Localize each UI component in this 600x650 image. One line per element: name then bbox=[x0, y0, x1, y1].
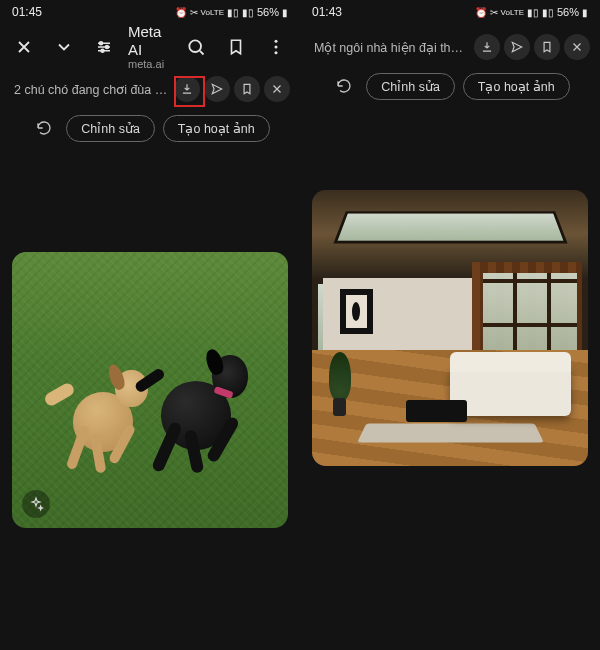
send-icon[interactable] bbox=[204, 76, 230, 102]
save-bookmark-icon[interactable] bbox=[234, 76, 260, 102]
animate-button[interactable]: Tạo hoạt ảnh bbox=[163, 115, 270, 142]
save-bookmark-icon[interactable] bbox=[534, 34, 560, 60]
dog-black bbox=[139, 335, 260, 479]
more-icon[interactable] bbox=[260, 31, 292, 63]
svg-point-0 bbox=[100, 42, 103, 45]
edit-button[interactable]: Chỉnh sửa bbox=[66, 115, 155, 142]
close-icon[interactable] bbox=[8, 31, 40, 63]
title-group[interactable]: Meta AI meta.ai bbox=[128, 23, 172, 70]
svg-point-6 bbox=[275, 51, 278, 54]
status-right-icons: ⏰✂VoLTE▮▯▮▯ 56%▮ bbox=[475, 6, 588, 18]
chevron-down-icon[interactable] bbox=[48, 31, 80, 63]
svg-point-5 bbox=[275, 46, 278, 49]
reload-icon[interactable] bbox=[330, 72, 358, 100]
svg-point-4 bbox=[275, 40, 278, 43]
dismiss-icon[interactable] bbox=[264, 76, 290, 102]
reload-icon[interactable] bbox=[30, 114, 58, 142]
status-time: 01:43 bbox=[312, 5, 342, 19]
generated-image-wrap bbox=[312, 190, 588, 466]
generated-image-wrap bbox=[12, 252, 288, 528]
generated-image-house[interactable] bbox=[312, 190, 588, 466]
prompt-text: 2 chú chó đang chơi đùa cùng nhau ... bbox=[14, 82, 170, 97]
bookmark-icon[interactable] bbox=[220, 31, 252, 63]
prompt-row: 2 chú chó đang chơi đùa cùng nhau ... bbox=[0, 70, 300, 108]
action-pill-row: Chỉnh sửa Tạo hoạt ảnh bbox=[300, 66, 600, 110]
prompt-row: Một ngôi nhà hiện đại theo phong cá... bbox=[300, 24, 600, 66]
download-icon[interactable] bbox=[174, 76, 200, 102]
phone-right: 01:43 ⏰✂VoLTE▮▯▮▯ 56%▮ Một ngôi nhà hiện… bbox=[300, 0, 600, 650]
search-icon[interactable] bbox=[180, 31, 212, 63]
animate-button[interactable]: Tạo hoạt ảnh bbox=[463, 73, 570, 100]
settings-filter-icon[interactable] bbox=[88, 31, 120, 63]
status-right-icons: ⏰✂VoLTE▮▯▮▯ 56%▮ bbox=[175, 6, 288, 18]
action-pill-row: Chỉnh sửa Tạo hoạt ảnh bbox=[0, 108, 300, 152]
status-bar: 01:43 ⏰✂VoLTE▮▯▮▯ 56%▮ bbox=[300, 0, 600, 24]
edit-button[interactable]: Chỉnh sửa bbox=[366, 73, 455, 100]
app-title: Meta AI bbox=[128, 23, 172, 58]
phone-left: 01:45 ⏰✂VoLTE▮▯▮▯ 56%▮ Meta AI meta.ai bbox=[0, 0, 300, 650]
svg-point-3 bbox=[189, 40, 201, 52]
app-bar: Meta AI meta.ai bbox=[0, 24, 300, 70]
prompt-text: Một ngôi nhà hiện đại theo phong cá... bbox=[314, 40, 470, 55]
generated-image-dogs[interactable] bbox=[12, 252, 288, 528]
svg-point-2 bbox=[101, 49, 104, 52]
send-icon[interactable] bbox=[504, 34, 530, 60]
svg-point-1 bbox=[106, 46, 109, 49]
status-time: 01:45 bbox=[12, 5, 42, 19]
status-bar: 01:45 ⏰✂VoLTE▮▯▮▯ 56%▮ bbox=[0, 0, 300, 24]
app-subtitle: meta.ai bbox=[128, 58, 172, 71]
download-icon[interactable] bbox=[474, 34, 500, 60]
ai-sparkle-icon[interactable] bbox=[22, 490, 50, 518]
dismiss-icon[interactable] bbox=[564, 34, 590, 60]
